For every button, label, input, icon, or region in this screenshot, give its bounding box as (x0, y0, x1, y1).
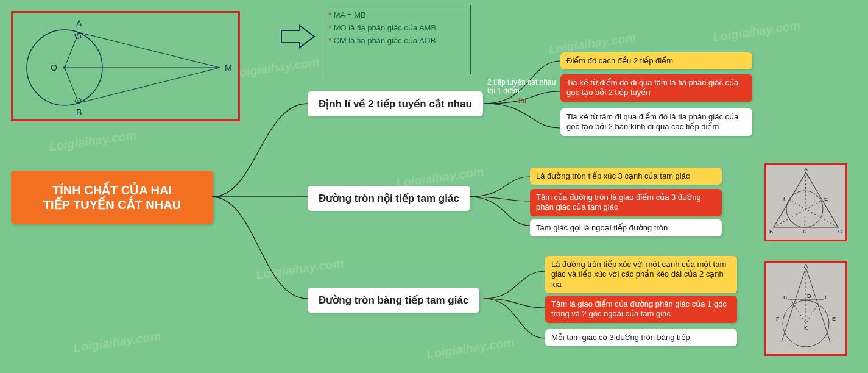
svg-line-4 (65, 32, 79, 68)
branch-3-leaf-3: Mỗi tam giác có 3 đường tròn bàng tiếp (545, 329, 737, 346)
root-title: TÍNH CHẤT CỦA HAI TIẾP TUYẾN CẮT NHAU (43, 183, 181, 212)
figure-excircle: A B C D E F K (764, 261, 847, 356)
branch-1-link-text: 2 tiếp tuyến cắt nhau tại 1 điểm (487, 78, 556, 95)
branch-3: Đường tròn bàng tiếp tam giác (308, 288, 479, 313)
watermark: Loigiaihay.com (231, 55, 320, 81)
svg-text:A: A (804, 263, 808, 269)
svg-text:K: K (804, 325, 808, 331)
watermark: Loigiaihay.com (712, 18, 802, 44)
branch-1: Định lí về 2 tiếp tuyến cắt nhau (308, 91, 483, 116)
watermark: Loigiaihay.com (426, 335, 515, 361)
watermark: Loigiaihay.com (72, 329, 162, 355)
svg-line-3 (79, 68, 220, 103)
branch-2-leaf-3: Tam giác gọi là ngoại tiếp đường tròn (530, 219, 722, 236)
branch-3-leaf-2: Tâm là giao điểm của đường phân giác của… (545, 296, 737, 323)
svg-text:E: E (824, 196, 828, 202)
branch-2-leaf-2: Tâm của đường tròn là giao điểm của 3 đư… (530, 189, 722, 216)
figure-tangent-circle: A B O M (11, 11, 240, 121)
svg-text:A: A (76, 18, 82, 28)
branch-1-leaf-1: Điểm đó cách đều 2 tiếp điểm (560, 52, 752, 69)
svg-text:B: B (76, 107, 82, 117)
branch-1-leaf-2: Tia kẻ từ điểm đó đi qua tâm là tia phân… (560, 74, 752, 102)
svg-text:F: F (776, 316, 780, 322)
svg-point-14 (786, 191, 823, 227)
svg-line-2 (79, 32, 220, 68)
svg-line-15 (805, 172, 806, 227)
branch-2-leaf-1: Là đường tròn tiếp xúc 3 cạnh của tam gi… (530, 168, 722, 185)
svg-line-29 (791, 299, 806, 324)
branch-2: Đường tròn nội tiếp tam giác (308, 186, 470, 211)
theorem-box: MA = MB MO là tia phân giác của AMB OM l… (323, 5, 471, 74)
watermark: Loigiaihay.com (255, 256, 345, 282)
svg-text:C: C (825, 294, 829, 300)
root-node: TÍNH CHẤT CỦA HAI TIẾP TUYẾN CẮT NHAU (11, 171, 213, 224)
theorem-line-3: OM là tia phân giác của AOB (328, 35, 465, 48)
svg-line-17 (789, 200, 838, 227)
svg-text:B: B (769, 229, 773, 235)
watermark: Loigiaihay.com (48, 128, 138, 154)
svg-line-30 (806, 299, 821, 324)
svg-text:F: F (783, 196, 787, 202)
svg-text:B: B (783, 294, 787, 300)
svg-text:M: M (225, 63, 232, 73)
svg-text:C: C (838, 229, 842, 235)
svg-text:A: A (804, 166, 808, 172)
svg-text:D: D (807, 293, 811, 299)
svg-point-8 (63, 66, 66, 69)
svg-text:O: O (51, 63, 57, 73)
svg-text:E: E (832, 316, 836, 322)
branch-1-linklabel: 2 tiếp tuyến cắt nhau tại 1 điểm thì (487, 78, 557, 105)
branch-1-link-then: thì (487, 96, 557, 105)
branch-1-leaf-3: Tia kẻ từ tâm đi qua điểm đó là tia phân… (560, 108, 752, 136)
branch-3-leaf-1: Là đường tròn tiếp xúc với một cạnh của … (545, 256, 737, 293)
svg-line-16 (774, 200, 822, 227)
theorem-line-1: MA = MB (328, 9, 465, 22)
svg-line-24 (782, 268, 806, 342)
figure-inscribed-circle: A B C D E F (764, 163, 847, 241)
arrow-icon (280, 24, 317, 49)
svg-line-25 (806, 268, 830, 342)
svg-text:D: D (803, 229, 807, 235)
theorem-line-2: MO là tia phân giác của AMB (328, 22, 465, 35)
